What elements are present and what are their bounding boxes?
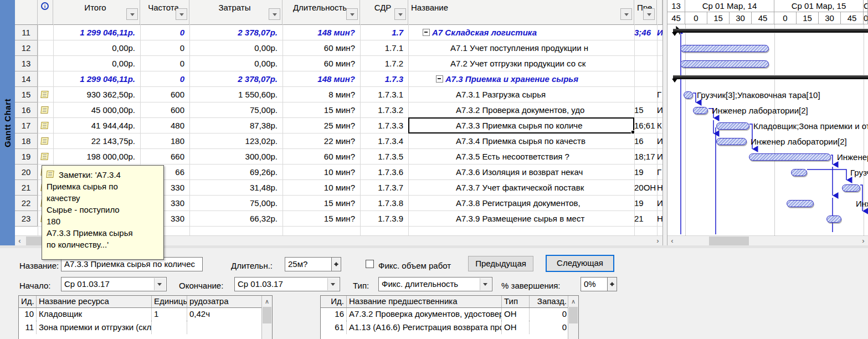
- cell-name[interactable]: A7.1 Учет поступления продукции н: [408, 40, 634, 56]
- cell-id[interactable]: 20: [15, 165, 38, 180]
- cell-name[interactable]: A7.3.6 Изоляция и возврат некач: [408, 165, 634, 180]
- active-view-bar-gantt[interactable]: Gantt Chart: [0, 0, 16, 245]
- cell-dur[interactable]: 10 мин?: [283, 165, 360, 180]
- header-0[interactable]: Ид.: [19, 296, 37, 307]
- scroll-right-icon[interactable]: ›: [653, 236, 662, 246]
- table-vscrollbar[interactable]: ∧∨: [261, 296, 272, 339]
- percent-complete-input[interactable]: 0%: [581, 277, 608, 291]
- cell-cost[interactable]: 31,48р.: [189, 180, 283, 196]
- cell-res[interactable]: Г: [657, 87, 662, 102]
- column-header-freq[interactable]: Частота: [140, 0, 189, 24]
- cell-dur[interactable]: 15 мин?: [283, 211, 360, 227]
- cell-res[interactable]: Н: [657, 211, 662, 227]
- cell-id[interactable]: 16: [15, 102, 38, 118]
- cell-cost[interactable]: 0,00р.: [189, 40, 283, 56]
- cell-name[interactable]: A7.3.5 Есть несоответствия ?: [408, 149, 634, 165]
- task-bar[interactable]: [716, 138, 747, 145]
- cell-1[interactable]: A7.3.2 Проверка документов, удостоверяю: [347, 307, 502, 321]
- cell-wbs[interactable]: 1.7: [360, 25, 408, 40]
- vscroll-thumb[interactable]: [263, 307, 271, 323]
- cell-dur[interactable]: 22 мин?: [283, 133, 360, 149]
- cell-id[interactable]: 22: [15, 196, 38, 211]
- duration-input[interactable]: 25м?: [285, 257, 332, 271]
- cell-wbs[interactable]: 1.7.3.2: [360, 102, 408, 118]
- cell-2[interactable]: 1: [152, 307, 187, 321]
- column-header-pred[interactable]: Пре: [634, 0, 657, 24]
- cell-pred[interactable]: 20ОН: [634, 180, 657, 196]
- cell-cost[interactable]: 0,00р.: [189, 56, 283, 71]
- cell-id[interactable]: 21: [15, 180, 38, 196]
- cell-cost[interactable]: 75,00р.: [189, 196, 283, 211]
- cell-name[interactable]: A7.3.8 Регистрация документов,: [408, 196, 634, 211]
- cell-name[interactable]: A7.3.2 Проверка документов, удо: [408, 102, 634, 118]
- cell-dur[interactable]: 148 мин?: [283, 71, 360, 87]
- cell-dur[interactable]: 15 мин?: [283, 196, 360, 211]
- cell-ind[interactable]: [38, 133, 53, 149]
- cell-freq[interactable]: 480: [140, 118, 189, 133]
- cell-name[interactable]: A7.3.9 Размещение сырья в мест: [408, 211, 634, 227]
- cell-total[interactable]: 22 143,75р.: [53, 133, 140, 149]
- next-task-button[interactable]: Следующая: [546, 255, 614, 272]
- header-2[interactable]: Единицы: [152, 296, 187, 307]
- chevron-down-icon[interactable]: [327, 278, 339, 290]
- cell-total[interactable]: 1 299 046,11р.: [53, 25, 140, 40]
- cell-pred[interactable]: [634, 40, 657, 56]
- cell-res[interactable]: И: [657, 196, 662, 211]
- cell-dur[interactable]: 60 мин?: [283, 56, 360, 71]
- cell-freq[interactable]: 600: [140, 87, 189, 102]
- previous-task-button[interactable]: Предыдущая: [468, 256, 533, 271]
- column-header-ind[interactable]: i: [38, 0, 53, 24]
- cell-name[interactable]: A7.2 Учет отгрузки продукции со ск: [408, 56, 634, 71]
- cell-wbs[interactable]: 1.7.3.6: [360, 165, 408, 180]
- cell-2[interactable]: ОН: [502, 321, 530, 334]
- cell-pred[interactable]: 16: [634, 133, 657, 149]
- cell-dur[interactable]: 60 мин?: [283, 149, 360, 165]
- cell-0[interactable]: 11: [19, 321, 37, 334]
- cell-1[interactable]: A1.13 (А16.6) Регистрация возврата прод: [347, 321, 502, 334]
- cell-total[interactable]: 41 944,44р.: [53, 118, 140, 133]
- cell-pred[interactable]: [634, 71, 657, 87]
- cell-id[interactable]: 18: [15, 133, 38, 149]
- cell-wbs[interactable]: 1.7.3.5: [360, 149, 408, 165]
- filter-dropdown-icon[interactable]: [394, 8, 406, 20]
- scroll-left-icon[interactable]: ‹: [667, 236, 677, 246]
- task-bar[interactable]: [787, 200, 814, 207]
- cell-wbs[interactable]: 1.7.3.9: [360, 211, 408, 227]
- collapse-icon[interactable]: [436, 75, 443, 83]
- cell-id[interactable]: 19: [15, 149, 38, 165]
- cell-cost[interactable]: 75,00р.: [189, 102, 283, 118]
- cell-3[interactable]: 0,42ч: [187, 307, 263, 321]
- task-bar[interactable]: [749, 153, 831, 161]
- cell-cost[interactable]: 300,00р.: [189, 149, 283, 165]
- task-bar[interactable]: [826, 215, 841, 223]
- task-bar[interactable]: [680, 45, 769, 52]
- cell-dur[interactable]: 60 мин?: [283, 40, 360, 56]
- finish-date-select[interactable]: Ср 01.03.17: [234, 277, 340, 291]
- fixed-work-checkbox[interactable]: [366, 260, 374, 268]
- start-date-select[interactable]: Ср 01.03.17: [61, 277, 167, 291]
- cell-cost[interactable]: 123,02р.: [189, 133, 283, 149]
- cell-0[interactable]: 61: [321, 321, 347, 334]
- cell-ind[interactable]: [38, 87, 53, 102]
- cell-ind[interactable]: [38, 40, 53, 56]
- cell-cost[interactable]: 2 378,07р.: [189, 71, 283, 87]
- task-bar[interactable]: [693, 107, 708, 114]
- column-header-res[interactable]: [657, 0, 662, 24]
- filter-dropdown-icon[interactable]: [176, 8, 187, 20]
- collapse-icon[interactable]: [423, 29, 430, 36]
- column-header-wbs[interactable]: СДР: [360, 0, 408, 24]
- task-bar[interactable]: [842, 184, 860, 192]
- cell-2[interactable]: [152, 321, 187, 334]
- cell-name[interactable]: A7 Складская логистика: [408, 25, 634, 40]
- cell-1[interactable]: Зона приемки и отгрузки (склада): [37, 321, 152, 334]
- cell-3[interactable]: [187, 321, 263, 334]
- filter-dropdown-icon[interactable]: [269, 8, 280, 20]
- cell-res[interactable]: К: [657, 118, 662, 133]
- cell-id[interactable]: 12: [15, 40, 38, 56]
- column-header-id[interactable]: [15, 0, 38, 24]
- cell-wbs[interactable]: 1.7.1: [360, 40, 408, 56]
- cell-freq[interactable]: 600: [140, 102, 189, 118]
- cell-total[interactable]: 930 362,50р.: [53, 87, 140, 102]
- cell-ind[interactable]: [38, 102, 53, 118]
- column-header-cost[interactable]: Затраты: [189, 0, 283, 24]
